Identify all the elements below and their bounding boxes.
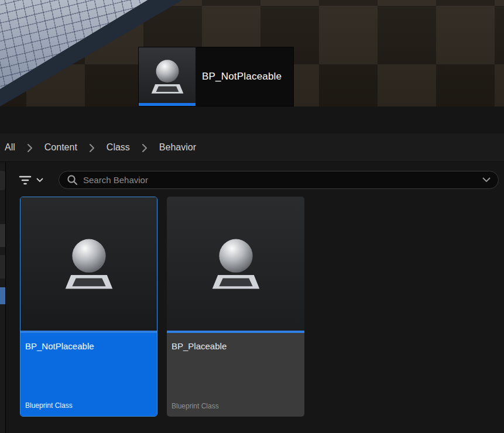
sources-panel-edge-item — [0, 255, 5, 279]
sources-panel-edge-item — [0, 224, 5, 247]
asset-status-bar — [139, 103, 196, 106]
asset-info: BP_NotPlaceable Blueprint Class — [20, 333, 157, 416]
drag-preview-tooltip: BP_NotPlaceable — [138, 47, 294, 106]
breadcrumb-item-class[interactable]: Class — [107, 142, 130, 153]
breadcrumb-item-content[interactable]: Content — [44, 142, 77, 153]
chevron-down-icon — [36, 178, 43, 183]
search-icon — [67, 174, 78, 185]
level-viewport[interactable]: BP_NotPlaceable — [0, 0, 504, 106]
chevron-right-icon — [141, 144, 148, 152]
unreal-editor-window: BP_NotPlaceable All Content Class Behavi… — [0, 0, 504, 433]
breadcrumb-item-behavior[interactable]: Behavior — [159, 142, 196, 153]
breadcrumb: All Content Class Behavior — [0, 133, 504, 162]
content-browser-header — [0, 106, 504, 133]
drag-preview-thumbnail — [139, 47, 196, 106]
blueprint-sphere-icon — [58, 233, 120, 295]
sources-panel-edge-item-selected — [0, 287, 5, 304]
blueprint-sphere-icon — [146, 56, 188, 98]
sources-panel-edge[interactable] — [0, 163, 6, 433]
asset-tile-bp-notplaceable[interactable]: BP_NotPlaceable Blueprint Class — [20, 197, 157, 417]
asset-type-label: Blueprint Class — [25, 401, 73, 410]
asset-thumbnail — [20, 197, 157, 331]
funnel-icon — [18, 175, 32, 185]
filter-button[interactable] — [18, 171, 52, 189]
chevron-right-icon — [88, 144, 95, 152]
blueprint-sphere-icon — [205, 233, 267, 295]
sources-panel-edge-item — [0, 171, 5, 190]
asset-tile-bp-placeable[interactable]: BP_Placeable Blueprint Class — [167, 197, 304, 417]
asset-type-label: Blueprint Class — [172, 402, 219, 410]
chevron-right-icon — [26, 144, 33, 152]
asset-name: BP_NotPlaceable — [25, 341, 152, 351]
asset-info: BP_Placeable Blueprint Class — [167, 333, 304, 417]
chevron-down-icon[interactable] — [482, 177, 491, 183]
search-bar[interactable] — [59, 171, 499, 189]
drag-preview-label: BP_NotPlaceable — [196, 47, 293, 106]
asset-thumbnail — [167, 197, 304, 331]
asset-name: BP_Placeable — [172, 341, 300, 351]
search-input[interactable] — [83, 175, 477, 185]
breadcrumb-item-all[interactable]: All — [5, 142, 15, 153]
